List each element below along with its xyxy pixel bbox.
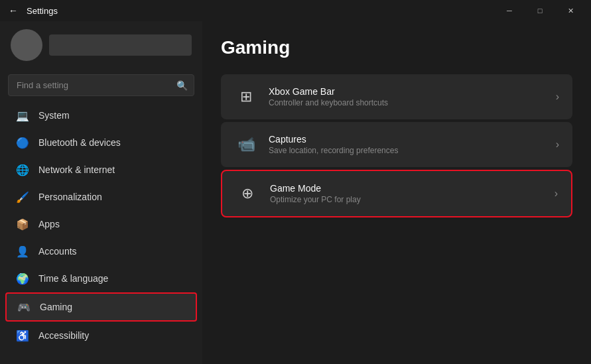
- nav-label-gaming: Gaming: [40, 302, 185, 312]
- sidebar-item-timelanguage[interactable]: 🌍 Time & language: [5, 265, 197, 292]
- page-title: Gaming: [221, 37, 572, 58]
- sidebar: 🔍 💻 System 🔵 Bluetooth & devices 🌐 Netwo…: [0, 21, 202, 364]
- nav-label-timelanguage: Time & language: [38, 273, 186, 284]
- sidebar-item-accessibility[interactable]: ♿ Accessibility: [5, 322, 197, 349]
- sidebar-item-system[interactable]: 💻 System: [5, 102, 197, 129]
- back-button[interactable]: ←: [5, 3, 21, 19]
- content-area: Gaming ⊞ Xbox Game Bar Controller and ke…: [202, 21, 591, 364]
- card-chevron-game-mode: ›: [555, 188, 558, 200]
- nav-label-system: System: [38, 110, 186, 121]
- title-bar: ← Settings ─ □ ✕: [0, 0, 591, 21]
- nav-label-bluetooth: Bluetooth & devices: [38, 137, 186, 148]
- sidebar-item-accounts[interactable]: 👤 Accounts: [5, 238, 197, 265]
- card-title-xbox-game-bar: Xbox Game Bar: [269, 86, 545, 97]
- setting-card-game-mode[interactable]: ⊕ Game Mode Optimize your PC for play ›: [221, 170, 572, 217]
- nav-icon-accounts: 👤: [16, 245, 29, 258]
- card-desc-captures: Save location, recording preferences: [269, 146, 545, 155]
- nav-label-apps: Apps: [38, 219, 186, 229]
- sidebar-item-apps[interactable]: 📦 Apps: [5, 211, 197, 237]
- card-title-game-mode: Game Mode: [270, 183, 544, 194]
- setting-card-captures[interactable]: 📹 Captures Save location, recording pref…: [221, 122, 572, 167]
- app-body: 🔍 💻 System 🔵 Bluetooth & devices 🌐 Netwo…: [0, 21, 591, 364]
- card-icon-captures: 📹: [234, 133, 258, 156]
- card-icon-game-mode: ⊕: [235, 182, 259, 206]
- window-controls: ─ □ ✕: [494, 0, 586, 21]
- user-name: [49, 34, 192, 56]
- card-chevron-xbox-game-bar: ›: [556, 91, 559, 103]
- setting-card-xbox-game-bar[interactable]: ⊞ Xbox Game Bar Controller and keyboard …: [221, 74, 572, 119]
- card-icon-xbox-game-bar: ⊞: [234, 85, 258, 109]
- nav-icon-apps: 📦: [16, 217, 29, 231]
- card-text-xbox-game-bar: Xbox Game Bar Controller and keyboard sh…: [269, 86, 545, 107]
- card-title-captures: Captures: [269, 134, 545, 145]
- nav-icon-network: 🌐: [16, 163, 29, 176]
- card-desc-game-mode: Optimize your PC for play: [270, 195, 544, 204]
- avatar: [11, 29, 42, 61]
- nav-icon-timelanguage: 🌍: [16, 272, 29, 285]
- nav-label-accessibility: Accessibility: [38, 330, 186, 341]
- card-desc-xbox-game-bar: Controller and keyboard shortcuts: [269, 98, 545, 107]
- nav-label-network: Network & internet: [38, 164, 186, 175]
- close-button[interactable]: ✕: [555, 0, 586, 21]
- search-input[interactable]: [8, 74, 194, 96]
- nav-label-personalization: Personalization: [38, 192, 186, 202]
- user-profile: [0, 21, 202, 69]
- search-icon: 🔍: [176, 80, 188, 91]
- nav-label-accounts: Accounts: [38, 246, 186, 257]
- search-box: 🔍: [8, 74, 194, 96]
- nav-list: 💻 System 🔵 Bluetooth & devices 🌐 Network…: [0, 101, 202, 349]
- title-bar-left: ← Settings: [5, 3, 58, 19]
- nav-icon-bluetooth: 🔵: [16, 136, 29, 149]
- card-text-captures: Captures Save location, recording prefer…: [269, 134, 545, 155]
- card-text-game-mode: Game Mode Optimize your PC for play: [270, 183, 544, 204]
- sidebar-item-bluetooth[interactable]: 🔵 Bluetooth & devices: [5, 129, 197, 156]
- nav-icon-accessibility: ♿: [16, 329, 29, 342]
- nav-icon-system: 💻: [16, 109, 29, 122]
- setting-cards: ⊞ Xbox Game Bar Controller and keyboard …: [221, 74, 572, 217]
- card-chevron-captures: ›: [556, 139, 559, 151]
- sidebar-item-network[interactable]: 🌐 Network & internet: [5, 156, 197, 183]
- maximize-button[interactable]: □: [525, 0, 555, 21]
- nav-icon-gaming: 🎮: [17, 300, 31, 314]
- sidebar-item-personalization[interactable]: 🖌️ Personalization: [5, 184, 197, 210]
- minimize-button[interactable]: ─: [494, 0, 525, 21]
- app-title: Settings: [27, 6, 58, 16]
- sidebar-item-gaming[interactable]: 🎮 Gaming: [5, 292, 197, 322]
- nav-icon-personalization: 🖌️: [16, 190, 29, 204]
